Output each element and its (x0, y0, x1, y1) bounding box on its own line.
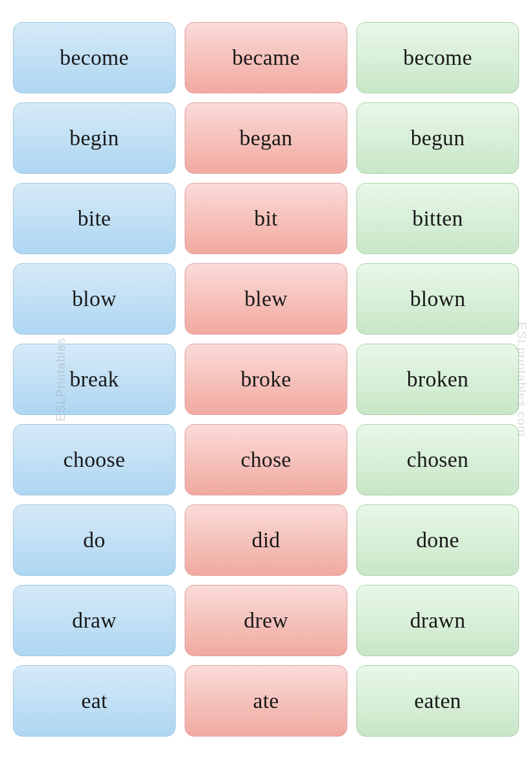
page-wrapper: ESLPrintables ESLprintables.com becomebe… (0, 0, 532, 758)
verb-word-15: choose (64, 447, 125, 472)
verb-card-15: choose (13, 424, 176, 495)
verb-word-23: drawn (410, 608, 466, 633)
verb-card-8: bitten (356, 183, 519, 254)
verb-card-19: did (185, 504, 347, 576)
verb-card-12: break (13, 344, 176, 415)
verb-word-17: chosen (407, 447, 468, 472)
verb-word-3: begin (69, 126, 119, 150)
verb-card-25: ate (185, 665, 347, 737)
verb-word-20: done (416, 528, 459, 552)
verb-word-21: draw (72, 608, 116, 633)
verb-card-10: blew (185, 263, 347, 335)
verb-word-25: ate (253, 689, 279, 713)
verb-word-10: blew (244, 287, 288, 311)
verb-word-18: do (83, 528, 105, 552)
verb-card-22: drew (185, 585, 347, 656)
verb-word-24: eat (81, 689, 107, 713)
verb-card-18: do (13, 504, 176, 576)
verb-word-6: bite (78, 206, 111, 231)
verb-card-3: begin (13, 102, 176, 174)
verb-card-14: broken (356, 344, 519, 415)
verb-card-4: began (185, 102, 347, 174)
verb-word-19: did (252, 528, 281, 552)
verb-card-9: blow (13, 263, 176, 335)
verb-word-5: begun (411, 126, 465, 150)
verb-card-26: eaten (356, 665, 519, 737)
verb-card-20: done (356, 504, 519, 576)
verb-word-13: broke (240, 367, 291, 392)
verb-word-7: bit (254, 206, 277, 231)
verb-grid: becomebecamebecomebeginbeganbegunbitebit… (0, 9, 532, 750)
verb-card-16: chose (185, 424, 347, 495)
verb-word-16: chose (240, 447, 291, 472)
verb-card-7: bit (185, 183, 347, 254)
verb-card-23: drawn (356, 585, 519, 656)
verb-word-9: blow (72, 287, 117, 311)
verb-word-12: break (69, 367, 119, 392)
verb-word-2: become (403, 45, 472, 70)
verb-card-5: begun (356, 102, 519, 174)
verb-card-13: broke (185, 344, 347, 415)
verb-card-17: chosen (356, 424, 519, 495)
verb-word-8: bitten (412, 206, 463, 231)
verb-card-24: eat (13, 665, 176, 737)
verb-card-1: became (185, 22, 347, 93)
verb-card-2: become (356, 22, 519, 93)
verb-word-14: broken (407, 367, 468, 392)
verb-word-1: became (232, 45, 300, 70)
verb-card-11: blown (356, 263, 519, 335)
verb-card-21: draw (13, 585, 176, 656)
verb-word-22: drew (244, 608, 288, 633)
verb-card-6: bite (13, 183, 176, 254)
verb-word-0: become (60, 45, 128, 70)
verb-word-11: blown (410, 287, 466, 311)
verb-word-26: eaten (414, 689, 461, 713)
verb-word-4: began (240, 126, 293, 150)
verb-card-0: become (13, 22, 176, 93)
